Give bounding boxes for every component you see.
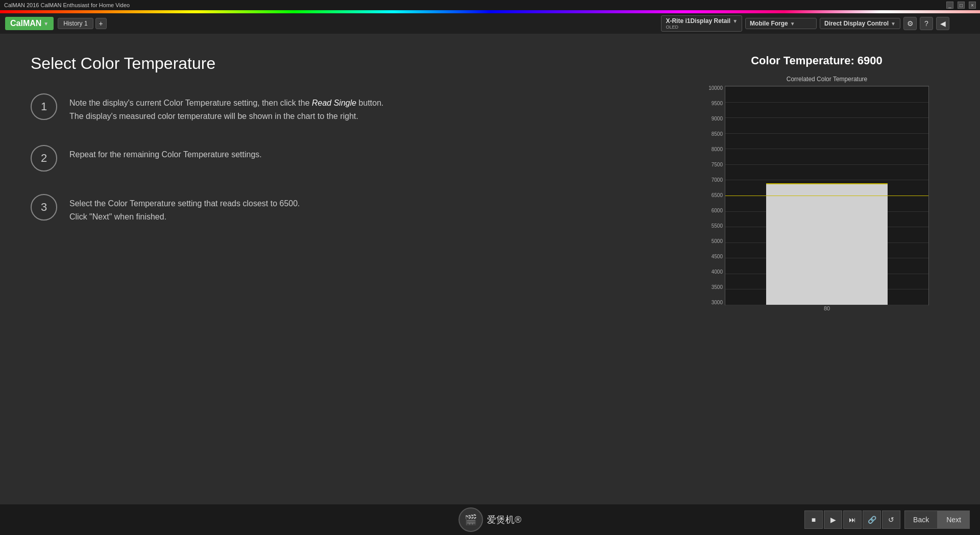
y-label-10000: 10000	[708, 86, 723, 91]
y-label-3000: 3000	[712, 300, 723, 305]
direct-display-arrow: ▼	[891, 21, 896, 27]
maximize-button[interactable]: □	[958, 2, 965, 9]
watermark: 🎬 爱煲机®	[458, 507, 521, 532]
mobile-forge-label: Mobile Forge	[750, 20, 788, 27]
step-3-content: Select the Color Temperature setting tha…	[69, 199, 300, 221]
watermark-icon: 🎬	[464, 514, 477, 526]
right-panel: Color Temperature: 6900 Correlated Color…	[684, 54, 949, 494]
xrite-label: X-Rite i1Display Retail	[666, 17, 730, 25]
y-label-9000: 9000	[712, 116, 723, 121]
nav-refresh-button[interactable]: ↺	[882, 510, 900, 529]
y-label-8500: 8500	[712, 132, 723, 137]
x-label: 80	[824, 305, 830, 311]
toolbar: CalMAN ▼ History 1 + X-Rite i1Display Re…	[0, 13, 980, 34]
mobile-forge-arrow: ▼	[790, 21, 795, 27]
toolbar-right: X-Rite i1Display Retail ▼ OLED Mobile Fo…	[661, 15, 949, 32]
history-tab-button[interactable]: History 1	[58, 18, 93, 29]
logo-dropdown-arrow: ▼	[43, 21, 48, 27]
step-1-text: Note the display's current Color Tempera…	[69, 93, 384, 123]
logo-text: CalMAN	[10, 19, 41, 28]
step-2: 2 Repeat for the remaining Color Tempera…	[31, 145, 664, 172]
watermark-logo: 🎬	[458, 507, 483, 532]
settings-button[interactable]: ⚙	[903, 17, 917, 30]
step-2-circle: 2	[31, 145, 57, 172]
close-button[interactable]: ×	[969, 2, 976, 9]
nav-forward-button[interactable]: ⏭	[843, 510, 862, 529]
page-title: Select Color Temperature	[31, 54, 664, 73]
y-label-6500: 6500	[712, 193, 723, 198]
nav-controls: ■ ▶ ⏭ 🔗 ↺ Back Next	[804, 510, 970, 529]
xrite-arrow: ▼	[732, 18, 738, 24]
y-label-4500: 4500	[712, 254, 723, 259]
step-1-circle: 1	[31, 93, 57, 120]
title-text: CalMAN 2016 CalMAN Enthusiast for Home V…	[4, 2, 130, 8]
y-label-8000: 8000	[712, 147, 723, 152]
step-2-text: Repeat for the remaining Color Temperatu…	[69, 145, 262, 161]
minimize-button[interactable]: _	[946, 2, 953, 9]
step-1: 1 Note the display's current Color Tempe…	[31, 93, 664, 123]
next-button[interactable]: Next	[938, 510, 970, 529]
y-label-3500: 3500	[712, 285, 723, 290]
title-bar: CalMAN 2016 CalMAN Enthusiast for Home V…	[0, 0, 980, 10]
nav-link-button[interactable]: 🔗	[863, 510, 881, 529]
nav-btn-group: ■ ▶ ⏭ 🔗 ↺	[804, 510, 900, 529]
mobile-forge-dropdown[interactable]: Mobile Forge ▼	[745, 18, 817, 29]
y-label-7000: 7000	[712, 178, 723, 183]
step-1-italic: Read Single	[312, 99, 356, 107]
history-tab: History 1 +	[58, 18, 106, 29]
nav-play-button[interactable]: ▶	[824, 510, 842, 529]
y-label-5000: 5000	[712, 239, 723, 244]
direct-display-label: Direct Display Control	[824, 20, 889, 27]
calman-logo[interactable]: CalMAN ▼	[5, 17, 54, 30]
bar-area	[725, 86, 928, 305]
step-1-before: Note the display's current Color Tempera…	[69, 99, 312, 107]
watermark-text: 爱煲机®	[487, 514, 521, 526]
chart-container: Correlated Color Temperature 10000 9500 …	[699, 76, 934, 321]
main-content: Select Color Temperature 1 Note the disp…	[0, 34, 980, 504]
y-label-6000: 6000	[712, 208, 723, 213]
xrite-sub: OLED	[666, 25, 738, 30]
direct-display-dropdown[interactable]: Direct Display Control ▼	[820, 18, 900, 29]
y-label-7500: 7500	[712, 162, 723, 167]
step-2-content: Repeat for the remaining Color Temperatu…	[69, 150, 262, 159]
y-label-9500: 9500	[712, 101, 723, 106]
xrite-dropdown[interactable]: X-Rite i1Display Retail ▼ OLED	[661, 15, 742, 32]
target-line	[725, 196, 928, 196]
chart-label-title: Correlated Color Temperature	[725, 76, 929, 83]
step-3: 3 Select the Color Temperature setting t…	[31, 194, 664, 223]
x-axis: 80	[725, 305, 929, 321]
y-axis: 10000 9500 9000 8500 8000 7500 7000 6500…	[699, 86, 725, 305]
title-bar-controls: _ □ ×	[946, 2, 976, 9]
bottom-bar: 🎬 爱煲机® ■ ▶ ⏭ 🔗 ↺ Back Next	[0, 504, 980, 535]
help-button[interactable]: ?	[920, 17, 933, 30]
nav-stop-button[interactable]: ■	[804, 510, 823, 529]
chart-title: Color Temperature: 6900	[751, 54, 883, 67]
step-3-circle: 3	[31, 194, 57, 221]
back-button[interactable]: Back	[904, 510, 938, 529]
chart-inner	[725, 86, 929, 305]
add-tab-button[interactable]: +	[95, 18, 107, 29]
y-label-4000: 4000	[712, 270, 723, 275]
left-panel: Select Color Temperature 1 Note the disp…	[31, 54, 684, 494]
chart-bar	[766, 183, 888, 305]
collapse-button[interactable]: ◀	[936, 17, 949, 30]
step-3-text: Select the Color Temperature setting tha…	[69, 194, 300, 223]
y-label-5500: 5500	[712, 224, 723, 229]
